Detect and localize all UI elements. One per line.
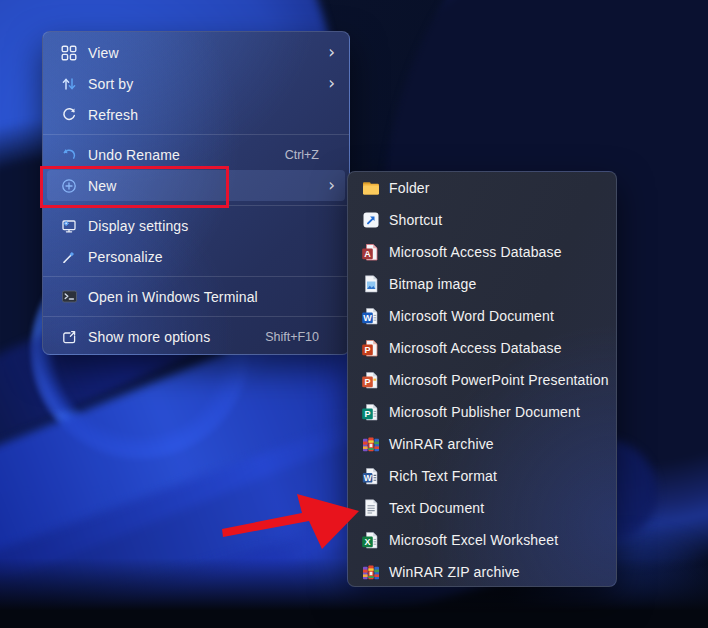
menu-item-show-more-options[interactable]: Show more options Shift+F10 (43, 321, 349, 352)
winrar-icon (361, 434, 381, 454)
submenu-item-folder[interactable]: Folder (348, 172, 616, 204)
svg-text:A: A (364, 249, 371, 259)
svg-text:X: X (364, 537, 370, 547)
submenu-item-label: Text Document (389, 500, 484, 516)
text-document-icon (361, 498, 381, 518)
submenu-item-powerpoint-presentation[interactable]: P Microsoft PowerPoint Presentation (348, 364, 616, 396)
submenu-item-label: Shortcut (389, 212, 442, 228)
folder-icon (361, 178, 381, 198)
menu-item-refresh[interactable]: Refresh (43, 99, 349, 130)
menu-item-personalize[interactable]: Personalize (43, 241, 349, 272)
submenu-item-publisher-document[interactable]: P Microsoft Publisher Document (348, 396, 616, 428)
show-more-options-icon (59, 327, 79, 347)
svg-text:W: W (364, 473, 372, 483)
menu-item-label: Open in Windows Terminal (88, 289, 258, 305)
chevron-right-icon: › (328, 177, 335, 194)
submenu-item-label: Microsoft Publisher Document (389, 404, 580, 420)
new-submenu: Folder Shortcut A Microsoft Access Datab… (347, 171, 617, 587)
menu-item-label: Refresh (88, 107, 138, 123)
submenu-item-shortcut[interactable]: Shortcut (348, 204, 616, 236)
svg-text:P: P (364, 377, 370, 387)
submenu-item-excel-worksheet[interactable]: X Microsoft Excel Worksheet (348, 524, 616, 556)
menu-item-label: Personalize (88, 249, 163, 265)
menu-separator (43, 276, 349, 277)
svg-text:W: W (363, 313, 372, 323)
submenu-item-bitmap-image[interactable]: Bitmap image (348, 268, 616, 300)
menu-item-open-in-windows-terminal[interactable]: Open in Windows Terminal (43, 281, 349, 312)
menu-separator (43, 134, 349, 135)
submenu-item-label: Microsoft Access Database (389, 244, 562, 260)
submenu-item-winrar-zip-archive[interactable]: WinRAR ZIP archive (348, 556, 616, 588)
bitmap-image-icon (361, 274, 381, 294)
menu-item-label: Show more options (88, 329, 210, 345)
winrar-zip-icon (361, 562, 381, 582)
chevron-right-icon: › (328, 75, 335, 92)
shortcut-icon (361, 210, 381, 230)
submenu-item-label: Bitmap image (389, 276, 476, 292)
submenu-item-access-database-2[interactable]: P Microsoft Access Database (348, 332, 616, 364)
menu-item-label: Display settings (88, 218, 188, 234)
menu-item-label: Sort by (88, 76, 133, 92)
submenu-item-label: WinRAR ZIP archive (389, 564, 520, 580)
sort-by-icon (59, 74, 79, 94)
excel-icon: X (361, 530, 381, 550)
refresh-icon (59, 105, 79, 125)
submenu-item-label: Microsoft Excel Worksheet (389, 532, 558, 548)
submenu-item-label: WinRAR archive (389, 436, 494, 452)
personalize-icon (59, 247, 79, 267)
powerpoint-icon: P (361, 370, 381, 390)
display-settings-icon (59, 216, 79, 236)
svg-text:P: P (364, 345, 370, 355)
submenu-item-access-database[interactable]: A Microsoft Access Database (348, 236, 616, 268)
menu-item-display-settings[interactable]: Display settings (43, 210, 349, 241)
menu-item-label: View (88, 45, 119, 61)
submenu-item-winrar-archive[interactable]: WinRAR archive (348, 428, 616, 460)
menu-item-sort-by[interactable]: Sort by › (43, 68, 349, 99)
annotation-highlight-box-new (40, 166, 229, 208)
menu-item-shortcut: Shift+F10 (265, 330, 319, 344)
access-icon: A (361, 242, 381, 262)
view-icon (59, 43, 79, 63)
submenu-item-text-document[interactable]: Text Document (348, 492, 616, 524)
menu-item-label: Undo Rename (88, 147, 180, 163)
chevron-right-icon: › (328, 44, 335, 61)
submenu-item-label: Rich Text Format (389, 468, 497, 484)
undo-icon (59, 145, 79, 165)
access-alt-icon: P (361, 338, 381, 358)
submenu-item-label: Folder (389, 180, 430, 196)
submenu-item-rich-text-format[interactable]: W Rich Text Format (348, 460, 616, 492)
menu-item-view[interactable]: View › (43, 37, 349, 68)
submenu-item-word-document[interactable]: W Microsoft Word Document (348, 300, 616, 332)
menu-separator (43, 316, 349, 317)
submenu-item-label: Microsoft PowerPoint Presentation (389, 372, 609, 388)
submenu-item-label: Microsoft Word Document (389, 308, 554, 324)
svg-text:P: P (364, 409, 370, 419)
submenu-item-label: Microsoft Access Database (389, 340, 562, 356)
publisher-icon: P (361, 402, 381, 422)
menu-item-shortcut: Ctrl+Z (285, 148, 319, 162)
terminal-icon (59, 287, 79, 307)
word-icon: W (361, 306, 381, 326)
rtf-icon: W (361, 466, 381, 486)
